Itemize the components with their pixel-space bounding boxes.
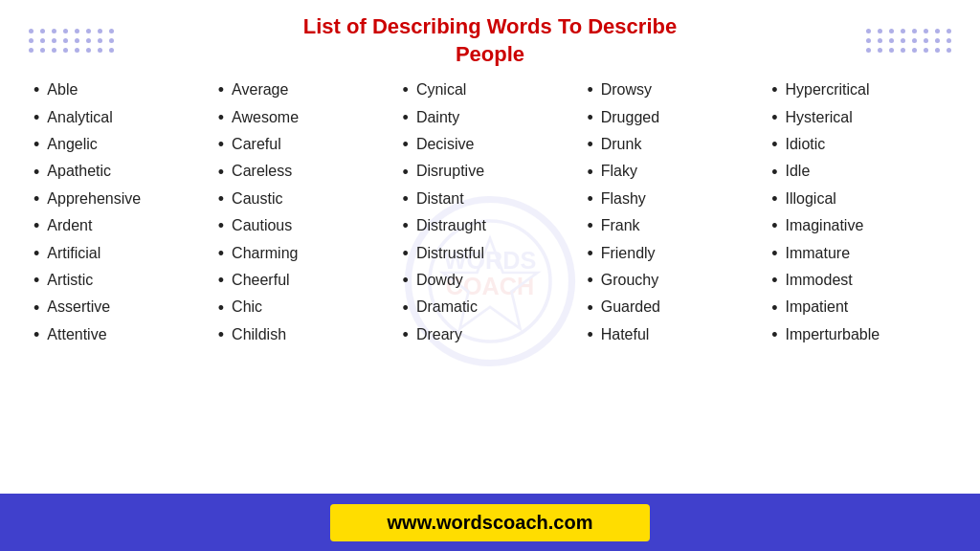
dot: [866, 38, 871, 43]
list-item: •Friendly: [587, 241, 762, 266]
title-block: List of Describing Words To Describe Peo…: [114, 13, 866, 68]
column-4: •Drowsy•Drugged•Drunk•Flaky•Flashy•Frank…: [582, 77, 767, 484]
bullet-icon: •: [33, 190, 39, 208]
bullet-icon: •: [771, 326, 777, 343]
bullet-icon: •: [33, 136, 39, 153]
list-item: •Awesome: [218, 105, 393, 130]
dot: [86, 48, 91, 53]
list-item: •Hysterical: [771, 105, 947, 130]
dot: [63, 48, 68, 53]
list-item: •Illogical: [771, 187, 947, 211]
word-label: Apathetic: [47, 159, 111, 184]
bullet-icon: •: [587, 272, 592, 289]
word-label: Friendly: [601, 241, 656, 266]
word-label: Childish: [232, 322, 286, 347]
word-label: Assertive: [47, 295, 110, 320]
dots-row-r1: [866, 29, 951, 33]
dot: [98, 29, 102, 33]
bullet-icon: •: [587, 190, 592, 208]
word-label: Imaginative: [786, 213, 864, 238]
bullet-icon: •: [218, 164, 224, 181]
word-label: Grouchy: [601, 268, 658, 293]
list-item: •Caustic: [218, 187, 393, 211]
bullet-icon: •: [587, 299, 592, 317]
word-label: Decisive: [416, 132, 474, 157]
word-label: Cheerful: [232, 268, 289, 293]
bullet-icon: •: [587, 245, 592, 262]
word-label: Immature: [786, 241, 851, 266]
dot: [866, 29, 871, 33]
word-label: Apprehensive: [47, 187, 141, 211]
word-label: Impatient: [786, 295, 849, 320]
list-item: •Distrustful: [403, 241, 578, 266]
list-item: •Drugged: [587, 105, 762, 130]
dots-row-r3: [866, 48, 951, 53]
dot: [912, 29, 917, 33]
bullet-icon: •: [403, 217, 409, 234]
bullet-icon: •: [403, 299, 409, 317]
list-item: •Ardent: [33, 213, 209, 238]
list-item: •Drunk: [587, 132, 762, 157]
list-item: •Cynical: [403, 77, 578, 102]
dot: [29, 48, 33, 53]
bullet-icon: •: [587, 109, 592, 126]
bullet-icon: •: [771, 109, 777, 126]
bullet-icon: •: [218, 299, 224, 317]
list-item: •Immature: [771, 241, 947, 266]
word-label: Attentive: [47, 322, 106, 347]
list-item: •Decisive: [403, 132, 578, 157]
word-label: Drunk: [601, 132, 642, 157]
bullet-icon: •: [403, 136, 409, 153]
list-item: •Distant: [403, 187, 578, 211]
word-label: Chic: [232, 295, 262, 320]
dot: [889, 29, 894, 33]
bullet-icon: •: [218, 217, 224, 234]
word-label: Analytical: [47, 105, 112, 130]
dot: [63, 29, 68, 33]
bullet-icon: •: [218, 81, 224, 99]
bullet-icon: •: [587, 217, 592, 234]
word-label: Cautious: [232, 213, 292, 238]
bullet-icon: •: [771, 272, 777, 289]
word-label: Flashy: [601, 187, 646, 211]
list-item: •Grouchy: [587, 268, 762, 293]
header-area: List of Describing Words To Describe Peo…: [0, 0, 980, 68]
word-label: Caustic: [232, 187, 282, 211]
bullet-icon: •: [771, 190, 777, 208]
dot: [924, 48, 928, 53]
list-item: •Attentive: [33, 322, 209, 347]
list-item: •Imperturbable: [771, 322, 947, 347]
bullet-icon: •: [33, 326, 39, 343]
word-label: Dramatic: [416, 295, 478, 320]
dot: [63, 38, 68, 43]
list-item: •Drowsy: [587, 77, 762, 102]
bullet-icon: •: [218, 245, 224, 262]
list-item: •Angelic: [33, 132, 209, 157]
list-item: •Idle: [771, 159, 947, 184]
dot: [40, 38, 45, 43]
dot: [878, 38, 882, 43]
word-label: Awesome: [232, 105, 299, 130]
bullet-icon: •: [218, 272, 224, 289]
dot: [901, 29, 905, 33]
dot: [947, 29, 951, 33]
bullet-icon: •: [218, 136, 224, 153]
list-item: •Frank: [587, 213, 762, 238]
word-label: Charming: [232, 241, 298, 266]
list-item: •Dowdy: [403, 268, 578, 293]
list-item: •Cheerful: [218, 268, 393, 293]
list-item: •Childish: [218, 322, 393, 347]
dot: [29, 29, 33, 33]
bullet-icon: •: [403, 164, 409, 181]
bullet-icon: •: [33, 299, 39, 317]
word-label: Guarded: [601, 295, 660, 320]
dot: [40, 29, 45, 33]
word-label: Artistic: [47, 268, 93, 293]
dot: [98, 38, 102, 43]
column-1: •Able•Analytical•Angelic•Apathetic•Appre…: [29, 77, 213, 484]
list-item: •Flaky: [587, 159, 762, 184]
list-item: •Idiotic: [771, 132, 947, 157]
bullet-icon: •: [771, 245, 777, 262]
dot: [889, 38, 894, 43]
bullet-icon: •: [403, 245, 409, 262]
